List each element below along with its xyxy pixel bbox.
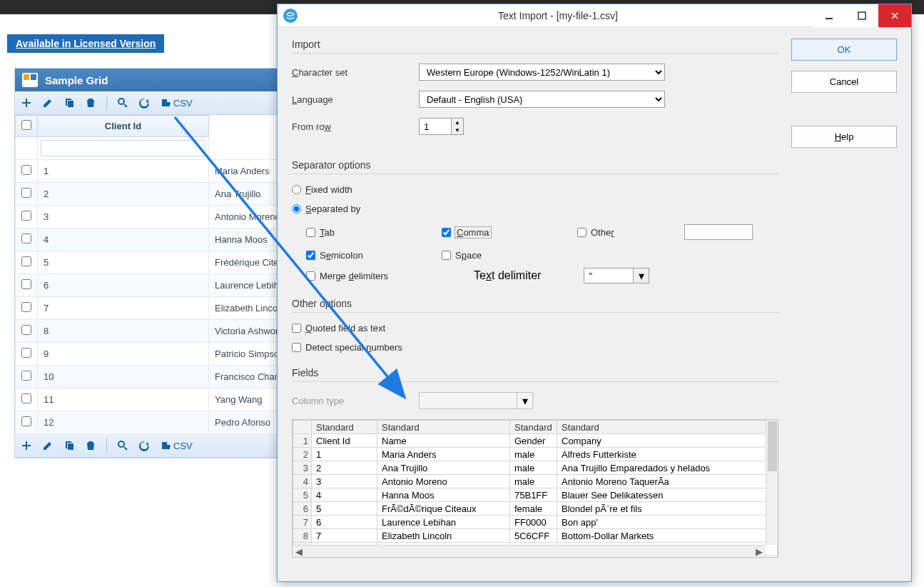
refresh-icon[interactable] — [138, 97, 150, 109]
preview-cell: Antonio Moreno TaquerÃ­a — [557, 475, 778, 488]
import-legend: Import — [292, 39, 778, 54]
charset-select[interactable]: Western Europe (Windows-1252/WinLatin 1) — [419, 64, 665, 81]
row-checkbox[interactable] — [21, 165, 31, 175]
fromrow-spinner[interactable]: ▲▼ — [419, 118, 464, 135]
export-csv-button[interactable]: CSV — [160, 440, 193, 451]
copy-icon[interactable] — [64, 97, 75, 109]
scroll-right-icon[interactable]: ▶ — [754, 546, 764, 556]
row-checkbox[interactable] — [21, 325, 31, 335]
delete-icon[interactable] — [85, 97, 96, 109]
preview-scrollbar-vertical[interactable] — [766, 420, 778, 545]
fromrow-label: From row — [292, 121, 419, 132]
fromrow-input[interactable] — [419, 118, 452, 135]
preview-col-header[interactable]: Standard — [312, 421, 377, 434]
row-checkbox[interactable] — [21, 234, 31, 244]
fields-legend: Fields — [292, 367, 778, 382]
preview-col-header[interactable]: Standard — [377, 421, 510, 434]
grid-header-client-id[interactable]: Client Id — [38, 116, 209, 137]
preview-row[interactable]: 4 3 Antonio Moreno male Antonio Moreno T… — [293, 475, 778, 488]
grid-filter-client-id[interactable] — [41, 140, 205, 156]
preview-cell: Laurence Lebihan — [377, 516, 510, 529]
dialog-titlebar[interactable]: Text Import - [my-file-1.csv] — [278, 4, 911, 27]
preview-row[interactable]: 3 2 Ana Trujillo male Ana Trujillo Empar… — [293, 461, 778, 475]
preview-cell: Blondel pÃ¨re et fils — [557, 502, 778, 516]
preview-row[interactable]: 6 5 FrÃ©dÃ©rique Citeaux female Blondel … — [293, 502, 778, 516]
fixed-width-radio[interactable] — [292, 185, 301, 194]
edit-icon[interactable] — [42, 440, 54, 451]
preview-row[interactable]: 2 1 Maria Anders male Alfreds Futterkist… — [293, 448, 778, 461]
spinner-down-icon[interactable]: ▼ — [452, 126, 463, 134]
text-import-dialog: Text Import - [my-file-1.csv] Import Cha… — [277, 4, 912, 582]
import-section: Import Character set Western Europe (Win… — [292, 39, 778, 145]
comma-label: Comma — [455, 227, 491, 238]
window-minimize-icon[interactable] — [813, 4, 846, 27]
preview-cell: 1 — [312, 448, 377, 461]
other-checkbox[interactable] — [577, 228, 587, 237]
separator-legend: Separator options — [292, 159, 778, 174]
text-delimiter-input[interactable] — [584, 268, 634, 284]
row-checkbox[interactable] — [21, 393, 31, 403]
delete-icon[interactable] — [85, 440, 96, 451]
search-icon[interactable] — [117, 97, 128, 109]
preview-cell: 7 — [312, 529, 377, 543]
row-checkbox[interactable] — [21, 302, 31, 312]
text-delimiter-combo[interactable]: ▾ — [584, 268, 649, 284]
preview-row[interactable]: 1 Client Id Name Gender Company — [293, 434, 778, 448]
preview-rownum: 2 — [293, 448, 312, 461]
grid-header-checkbox[interactable] — [16, 116, 38, 137]
row-checkbox[interactable] — [21, 416, 31, 426]
window-maximize-icon[interactable] — [846, 4, 878, 27]
toolbar-separator — [106, 438, 107, 453]
refresh-icon[interactable] — [138, 440, 150, 451]
preview-cell: male — [510, 461, 557, 475]
chevron-down-icon[interactable]: ▾ — [634, 268, 649, 284]
preview-cell: female — [510, 502, 557, 516]
row-checkbox[interactable] — [21, 188, 31, 198]
dialog-app-icon — [283, 9, 298, 23]
spinner-up-icon[interactable]: ▲ — [452, 119, 463, 126]
quoted-checkbox[interactable] — [292, 323, 301, 333]
preview-col-header[interactable]: Standard — [557, 421, 778, 434]
grid-logo-icon — [22, 73, 38, 87]
preview-row[interactable]: 7 6 Laurence Lebihan FF0000 Bon app' — [293, 516, 778, 529]
preview-row[interactable]: 8 7 Elizabeth Lincoln 5C6CFF Bottom-Doll… — [293, 529, 778, 543]
cancel-button[interactable]: Cancel — [791, 71, 897, 93]
fields-preview[interactable]: Standard Standard Standard Standard 1 Cl… — [292, 419, 778, 558]
scroll-left-icon[interactable]: ◀ — [294, 546, 304, 556]
ok-button[interactable]: OK — [791, 39, 897, 61]
separated-by-radio[interactable] — [292, 204, 301, 214]
detect-numbers-checkbox[interactable] — [292, 343, 301, 352]
tab-checkbox[interactable] — [306, 228, 315, 237]
preview-row[interactable]: 5 4 Hanna Moos 75B1FF Blauer See Delikat… — [293, 488, 778, 502]
search-icon[interactable] — [117, 440, 128, 451]
row-checkbox[interactable] — [21, 256, 31, 266]
preview-corner — [293, 421, 312, 434]
preview-scrollbar-horizontal[interactable]: ◀ ▶ — [293, 545, 766, 557]
cell-client-id: 8 — [38, 320, 209, 343]
other-input[interactable] — [684, 224, 753, 240]
quoted-label: Quoted field as text — [305, 323, 385, 333]
license-banner[interactable]: Available in Licensed Version — [7, 34, 164, 53]
export-csv-button[interactable]: CSV — [160, 97, 193, 109]
language-select[interactable]: Default - English (USA) — [419, 91, 665, 108]
preview-rownum: 5 — [293, 488, 312, 502]
edit-icon[interactable] — [42, 97, 54, 109]
toolbar-separator — [106, 96, 107, 110]
semicolon-checkbox[interactable] — [306, 251, 315, 260]
copy-icon[interactable] — [64, 440, 75, 451]
help-button[interactable]: Help — [791, 126, 897, 148]
add-icon[interactable] — [21, 440, 32, 451]
space-checkbox[interactable] — [442, 251, 451, 260]
row-checkbox[interactable] — [21, 348, 31, 358]
add-icon[interactable] — [21, 97, 32, 109]
fields-section: Fields Column type ▾ Standard — [292, 367, 778, 558]
svg-point-0 — [118, 99, 124, 104]
row-checkbox[interactable] — [21, 211, 31, 221]
row-checkbox[interactable] — [21, 279, 31, 289]
merge-delimiters-checkbox[interactable] — [306, 271, 315, 281]
comma-checkbox[interactable] — [442, 228, 451, 237]
preview-col-header[interactable]: Standard — [510, 421, 557, 434]
row-checkbox[interactable] — [21, 371, 31, 381]
window-close-icon[interactable] — [878, 4, 911, 27]
detect-numbers-label: Detect special numbers — [305, 342, 402, 353]
